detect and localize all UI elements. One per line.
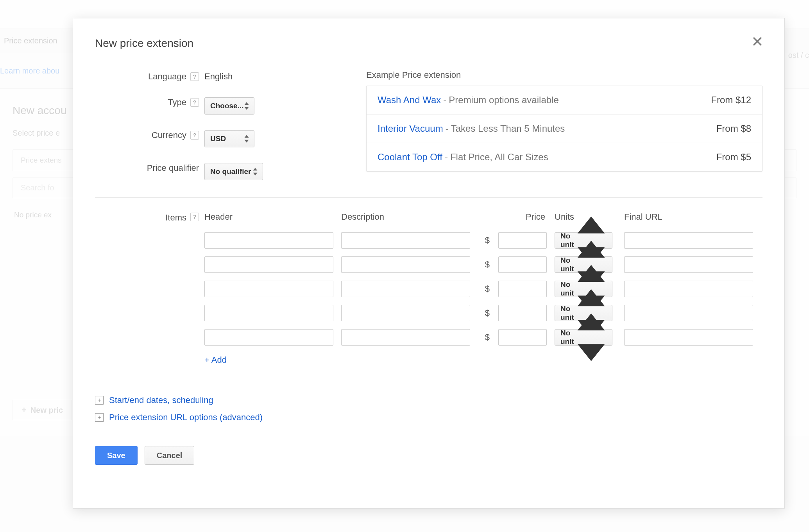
items-table: Header Description Price Units Final URL… bbox=[204, 212, 762, 346]
items-label: Items ? bbox=[95, 212, 204, 365]
currency-symbol: $ bbox=[478, 235, 490, 245]
sort-icon bbox=[252, 167, 258, 176]
example-title: Example Price extension bbox=[366, 70, 762, 80]
example-price: From $12 bbox=[711, 95, 751, 106]
currency-symbol: $ bbox=[478, 260, 490, 270]
sort-icon bbox=[244, 134, 249, 143]
example-row: Wash And Wax-Premium options available F… bbox=[367, 86, 762, 115]
price-input[interactable] bbox=[498, 329, 547, 346]
price-extension-modal: New price extension Language ? English E… bbox=[73, 18, 785, 509]
help-icon[interactable]: ? bbox=[190, 131, 199, 140]
header-input[interactable] bbox=[204, 232, 333, 249]
final-url-input[interactable] bbox=[624, 256, 753, 273]
description-input[interactable] bbox=[341, 329, 470, 346]
sort-icon bbox=[244, 102, 249, 110]
currency-symbol: $ bbox=[478, 332, 490, 342]
save-button[interactable]: Save bbox=[95, 446, 138, 465]
cancel-button[interactable]: Cancel bbox=[145, 446, 195, 465]
col-header-header: Header bbox=[204, 212, 333, 224]
language-value: English bbox=[204, 70, 361, 82]
expander-scheduling[interactable]: + Start/end dates, scheduling bbox=[95, 395, 762, 405]
currency-symbol: $ bbox=[478, 308, 490, 318]
sort-icon bbox=[574, 310, 608, 364]
col-header-description: Description bbox=[341, 212, 470, 224]
final-url-input[interactable] bbox=[624, 281, 753, 297]
help-icon[interactable]: ? bbox=[190, 98, 199, 107]
header-input[interactable] bbox=[204, 305, 333, 321]
expander-url-options[interactable]: + Price extension URL options (advanced) bbox=[95, 412, 762, 423]
close-icon bbox=[752, 36, 763, 47]
price-input[interactable] bbox=[498, 256, 547, 273]
price-qualifier-select[interactable]: No qualifier bbox=[204, 163, 263, 180]
header-input[interactable] bbox=[204, 329, 333, 346]
description-input[interactable] bbox=[341, 281, 470, 297]
price-input[interactable] bbox=[498, 305, 547, 321]
type-label: Type ? bbox=[95, 96, 204, 107]
help-icon[interactable]: ? bbox=[190, 72, 199, 81]
currency-symbol: $ bbox=[478, 284, 490, 294]
price-qualifier-label: Price qualifier bbox=[95, 161, 204, 173]
example-list: Wash And Wax-Premium options available F… bbox=[366, 86, 762, 172]
expand-icon: + bbox=[95, 396, 104, 405]
price-input[interactable] bbox=[498, 232, 547, 249]
header-input[interactable] bbox=[204, 281, 333, 297]
example-row: Interior Vacuum-Takes Less Than 5 Minute… bbox=[367, 115, 762, 143]
col-header-final-url: Final URL bbox=[624, 212, 753, 224]
final-url-input[interactable] bbox=[624, 305, 753, 321]
description-input[interactable] bbox=[341, 232, 470, 249]
example-price: From $5 bbox=[716, 152, 751, 163]
modal-title: New price extension bbox=[95, 37, 762, 50]
final-url-input[interactable] bbox=[624, 329, 753, 346]
col-header-price: Price bbox=[478, 212, 547, 224]
help-icon[interactable]: ? bbox=[190, 213, 199, 221]
language-label: Language ? bbox=[95, 70, 204, 82]
close-button[interactable] bbox=[752, 36, 763, 47]
add-item-link[interactable]: + Add bbox=[204, 355, 227, 365]
description-input[interactable] bbox=[341, 305, 470, 321]
currency-label: Currency ? bbox=[95, 129, 204, 140]
divider bbox=[95, 384, 762, 384]
units-select[interactable]: No unit bbox=[555, 329, 612, 346]
expand-icon: + bbox=[95, 413, 104, 422]
divider bbox=[95, 197, 762, 198]
example-link[interactable]: Coolant Top Off bbox=[378, 152, 442, 162]
type-select[interactable]: Choose... bbox=[204, 97, 254, 115]
footer-buttons: Save Cancel bbox=[95, 446, 762, 465]
example-link[interactable]: Interior Vacuum bbox=[378, 123, 443, 134]
example-row: Coolant Top Off-Flat Price, All Car Size… bbox=[367, 143, 762, 171]
currency-select[interactable]: USD bbox=[204, 130, 254, 147]
final-url-input[interactable] bbox=[624, 232, 753, 249]
price-input[interactable] bbox=[498, 281, 547, 297]
example-link[interactable]: Wash And Wax bbox=[378, 95, 441, 105]
header-input[interactable] bbox=[204, 256, 333, 273]
description-input[interactable] bbox=[341, 256, 470, 273]
example-price: From $8 bbox=[716, 123, 751, 134]
